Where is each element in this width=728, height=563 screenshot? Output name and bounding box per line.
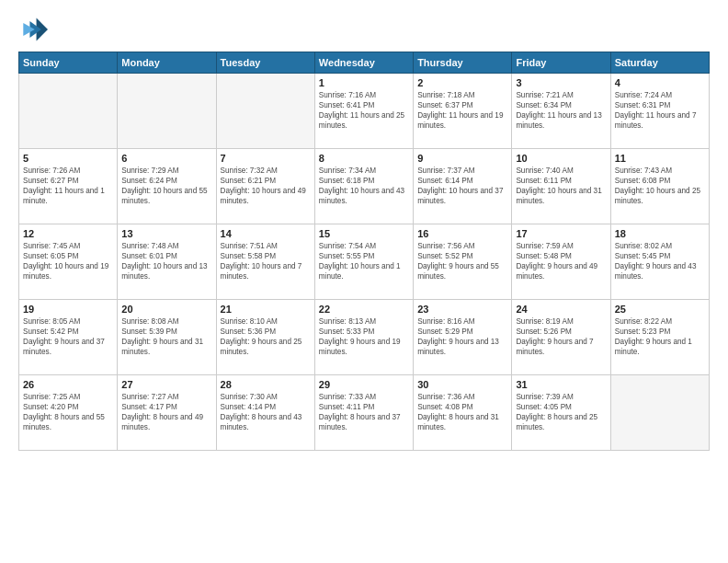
day-cell: 28Sunrise: 7:30 AM Sunset: 4:14 PM Dayli… <box>216 375 314 451</box>
day-cell: 9Sunrise: 7:37 AM Sunset: 6:14 PM Daylig… <box>414 149 512 224</box>
day-cell: 16Sunrise: 7:56 AM Sunset: 5:52 PM Dayli… <box>414 224 512 300</box>
day-cell: 1Sunrise: 7:16 AM Sunset: 6:41 PM Daylig… <box>314 74 413 149</box>
day-number: 22 <box>319 304 409 315</box>
day-number: 6 <box>121 153 211 164</box>
day-cell: 27Sunrise: 7:27 AM Sunset: 4:17 PM Dayli… <box>118 375 216 451</box>
day-cell: 11Sunrise: 7:43 AM Sunset: 6:08 PM Dayli… <box>610 149 709 224</box>
day-info: Sunrise: 7:36 AM Sunset: 4:08 PM Dayligh… <box>417 392 507 432</box>
day-number: 15 <box>319 228 409 239</box>
day-info: Sunrise: 8:05 AM Sunset: 5:42 PM Dayligh… <box>23 316 113 357</box>
day-number: 13 <box>121 228 211 239</box>
day-info: Sunrise: 7:27 AM Sunset: 4:17 PM Dayligh… <box>121 392 211 432</box>
day-cell <box>118 74 216 149</box>
day-cell: 15Sunrise: 7:54 AM Sunset: 5:55 PM Dayli… <box>314 224 413 300</box>
day-info: Sunrise: 7:34 AM Sunset: 6:18 PM Dayligh… <box>319 166 409 206</box>
day-number: 1 <box>319 77 409 88</box>
day-cell <box>216 74 314 149</box>
day-header-friday: Friday <box>512 52 610 74</box>
logo <box>18 15 51 44</box>
day-info: Sunrise: 7:48 AM Sunset: 6:01 PM Dayligh… <box>121 241 211 282</box>
day-number: 24 <box>516 304 606 315</box>
day-cell: 25Sunrise: 8:22 AM Sunset: 5:23 PM Dayli… <box>610 300 709 375</box>
day-cell: 30Sunrise: 7:36 AM Sunset: 4:08 PM Dayli… <box>414 375 512 451</box>
logo-icon <box>18 15 48 44</box>
day-number: 10 <box>516 153 606 164</box>
day-number: 17 <box>516 228 606 239</box>
day-info: Sunrise: 7:32 AM Sunset: 6:21 PM Dayligh… <box>221 166 311 206</box>
day-cell: 21Sunrise: 8:10 AM Sunset: 5:36 PM Dayli… <box>216 300 314 375</box>
day-number: 2 <box>417 77 507 88</box>
day-cell: 20Sunrise: 8:08 AM Sunset: 5:39 PM Dayli… <box>118 300 216 375</box>
day-info: Sunrise: 7:25 AM Sunset: 4:20 PM Dayligh… <box>23 392 113 432</box>
day-info: Sunrise: 7:39 AM Sunset: 4:05 PM Dayligh… <box>516 392 606 432</box>
day-info: Sunrise: 7:18 AM Sunset: 6:37 PM Dayligh… <box>417 90 507 131</box>
day-info: Sunrise: 7:30 AM Sunset: 4:14 PM Dayligh… <box>221 392 311 432</box>
day-cell: 23Sunrise: 8:16 AM Sunset: 5:29 PM Dayli… <box>414 300 512 375</box>
day-number: 20 <box>121 304 211 315</box>
day-cell: 26Sunrise: 7:25 AM Sunset: 4:20 PM Dayli… <box>19 375 118 451</box>
day-cell: 22Sunrise: 8:13 AM Sunset: 5:33 PM Dayli… <box>314 300 413 375</box>
day-info: Sunrise: 7:37 AM Sunset: 6:14 PM Dayligh… <box>417 166 507 206</box>
day-cell: 18Sunrise: 8:02 AM Sunset: 5:45 PM Dayli… <box>610 224 709 300</box>
day-number: 23 <box>417 304 507 315</box>
day-number: 30 <box>417 379 507 390</box>
day-header-thursday: Thursday <box>414 52 512 74</box>
day-header-tuesday: Tuesday <box>216 52 314 74</box>
week-row-1: 1Sunrise: 7:16 AM Sunset: 6:41 PM Daylig… <box>19 74 710 149</box>
day-header-saturday: Saturday <box>610 52 709 74</box>
day-info: Sunrise: 8:13 AM Sunset: 5:33 PM Dayligh… <box>319 316 409 357</box>
week-row-5: 26Sunrise: 7:25 AM Sunset: 4:20 PM Dayli… <box>19 375 710 451</box>
day-number: 12 <box>23 228 113 239</box>
day-info: Sunrise: 7:40 AM Sunset: 6:11 PM Dayligh… <box>516 166 606 206</box>
day-info: Sunrise: 8:10 AM Sunset: 5:36 PM Dayligh… <box>221 316 311 357</box>
day-cell: 14Sunrise: 7:51 AM Sunset: 5:58 PM Dayli… <box>216 224 314 300</box>
day-cell: 3Sunrise: 7:21 AM Sunset: 6:34 PM Daylig… <box>512 74 610 149</box>
day-cell: 7Sunrise: 7:32 AM Sunset: 6:21 PM Daylig… <box>216 149 314 224</box>
day-number: 27 <box>121 379 211 390</box>
day-cell <box>19 74 118 149</box>
day-cell: 29Sunrise: 7:33 AM Sunset: 4:11 PM Dayli… <box>314 375 413 451</box>
day-info: Sunrise: 8:08 AM Sunset: 5:39 PM Dayligh… <box>121 316 211 357</box>
day-info: Sunrise: 7:54 AM Sunset: 5:55 PM Dayligh… <box>319 241 409 282</box>
day-cell: 5Sunrise: 7:26 AM Sunset: 6:27 PM Daylig… <box>19 149 118 224</box>
day-info: Sunrise: 8:16 AM Sunset: 5:29 PM Dayligh… <box>417 316 507 357</box>
day-info: Sunrise: 7:29 AM Sunset: 6:24 PM Dayligh… <box>121 166 211 206</box>
day-header-sunday: Sunday <box>19 52 118 74</box>
day-cell <box>610 375 709 451</box>
day-cell: 19Sunrise: 8:05 AM Sunset: 5:42 PM Dayli… <box>19 300 118 375</box>
day-number: 31 <box>516 379 606 390</box>
day-header-wednesday: Wednesday <box>314 52 413 74</box>
day-info: Sunrise: 7:45 AM Sunset: 6:05 PM Dayligh… <box>23 241 113 282</box>
day-number: 28 <box>221 379 311 390</box>
day-number: 16 <box>417 228 507 239</box>
day-info: Sunrise: 8:22 AM Sunset: 5:23 PM Dayligh… <box>615 316 705 357</box>
day-number: 11 <box>615 153 705 164</box>
day-number: 7 <box>221 153 311 164</box>
day-info: Sunrise: 7:24 AM Sunset: 6:31 PM Dayligh… <box>615 90 705 131</box>
day-info: Sunrise: 7:26 AM Sunset: 6:27 PM Dayligh… <box>23 166 113 206</box>
day-number: 18 <box>615 228 705 239</box>
day-cell: 24Sunrise: 8:19 AM Sunset: 5:26 PM Dayli… <box>512 300 610 375</box>
header-row: SundayMondayTuesdayWednesdayThursdayFrid… <box>19 52 710 74</box>
day-cell: 12Sunrise: 7:45 AM Sunset: 6:05 PM Dayli… <box>19 224 118 300</box>
page: SundayMondayTuesdayWednesdayThursdayFrid… <box>0 0 728 563</box>
day-cell: 2Sunrise: 7:18 AM Sunset: 6:37 PM Daylig… <box>414 74 512 149</box>
day-info: Sunrise: 8:02 AM Sunset: 5:45 PM Dayligh… <box>615 241 705 282</box>
day-info: Sunrise: 7:56 AM Sunset: 5:52 PM Dayligh… <box>417 241 507 282</box>
day-number: 9 <box>417 153 507 164</box>
day-header-monday: Monday <box>118 52 216 74</box>
day-info: Sunrise: 8:19 AM Sunset: 5:26 PM Dayligh… <box>516 316 606 357</box>
day-number: 8 <box>319 153 409 164</box>
day-number: 4 <box>615 77 705 88</box>
day-cell: 6Sunrise: 7:29 AM Sunset: 6:24 PM Daylig… <box>118 149 216 224</box>
day-info: Sunrise: 7:43 AM Sunset: 6:08 PM Dayligh… <box>615 166 705 206</box>
week-row-3: 12Sunrise: 7:45 AM Sunset: 6:05 PM Dayli… <box>19 224 710 300</box>
day-number: 5 <box>23 153 113 164</box>
day-info: Sunrise: 7:33 AM Sunset: 4:11 PM Dayligh… <box>319 392 409 432</box>
header <box>18 15 710 44</box>
day-cell: 8Sunrise: 7:34 AM Sunset: 6:18 PM Daylig… <box>314 149 413 224</box>
day-info: Sunrise: 7:21 AM Sunset: 6:34 PM Dayligh… <box>516 90 606 131</box>
day-cell: 31Sunrise: 7:39 AM Sunset: 4:05 PM Dayli… <box>512 375 610 451</box>
day-info: Sunrise: 7:51 AM Sunset: 5:58 PM Dayligh… <box>221 241 311 282</box>
day-number: 3 <box>516 77 606 88</box>
